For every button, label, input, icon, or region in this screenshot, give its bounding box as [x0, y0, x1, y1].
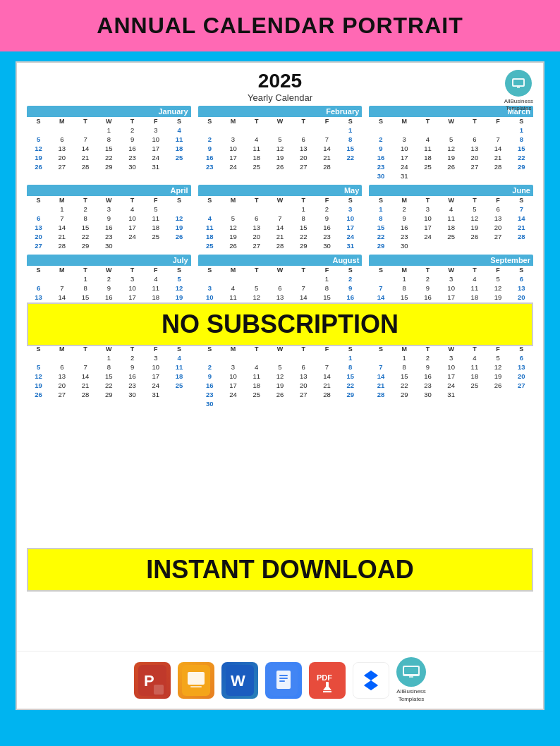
- calendar-day: 1: [97, 353, 121, 362]
- calendar-day: 27: [487, 232, 510, 241]
- calendar-day: 26: [27, 162, 50, 171]
- month-header-february: February: [198, 106, 363, 117]
- calendar-day: 5: [487, 274, 510, 283]
- calendar-day: 13: [27, 223, 50, 232]
- calendar-day: 6: [292, 135, 315, 144]
- calendar-day: 26: [27, 390, 50, 399]
- weekday-header: S: [167, 196, 190, 204]
- calendar-day: 30: [393, 241, 416, 250]
- calendar-day: [487, 390, 510, 399]
- calendar-day: 20: [292, 381, 315, 390]
- calendar-day: 16: [97, 293, 121, 302]
- main-content: 2025 Yearly Calendar AllBusinessTemplate…: [16, 61, 544, 710]
- calendar-day: 11: [416, 144, 439, 153]
- calendar-day: 2: [97, 274, 121, 283]
- weekday-header: T: [292, 196, 315, 204]
- calendar-day: 30: [369, 171, 392, 181]
- calendar-day: 15: [393, 372, 416, 381]
- weekday-header: W: [439, 117, 463, 126]
- calendar-day: [245, 399, 268, 408]
- calendar-day: 13: [50, 144, 73, 153]
- calendar-day: 25: [144, 232, 167, 241]
- weekday-header: T: [292, 117, 315, 126]
- calendar-day: 18: [144, 223, 167, 232]
- calendar-day: 12: [27, 372, 50, 381]
- calendar-day: 12: [463, 214, 486, 223]
- calendar-day: 31: [439, 390, 463, 399]
- weekday-header: T: [121, 117, 144, 126]
- calendar-day: 25: [439, 232, 463, 241]
- calendar-day: 15: [369, 223, 392, 232]
- calendar-day: 23: [121, 153, 144, 162]
- calendar-day: 25: [198, 241, 221, 250]
- calendar-day: 20: [510, 293, 533, 302]
- month-header-may: May: [198, 185, 363, 196]
- calendar-day: 21: [73, 153, 97, 162]
- calendar-day: 6: [27, 214, 50, 223]
- weekday-header: W: [268, 117, 291, 126]
- calendar-day: 3: [121, 274, 144, 283]
- calendar-day: 20: [50, 153, 73, 162]
- calendar-day: 6: [463, 135, 486, 144]
- calendar-day: 24: [416, 232, 439, 241]
- calendar-day: 19: [268, 153, 291, 162]
- calendar-day: 18: [463, 293, 486, 302]
- calendar-day: [439, 126, 463, 135]
- calendar-day: 11: [245, 144, 268, 153]
- calendar-day: 22: [339, 153, 362, 162]
- calendar-day: 19: [487, 372, 510, 381]
- calendar-day: 7: [369, 362, 392, 372]
- calendar-day: 5: [27, 362, 50, 372]
- calendar-day: 2: [416, 353, 439, 362]
- calendar-day: 3: [439, 274, 463, 283]
- calendar-day: 16: [97, 223, 121, 232]
- abt-footer-text: AllBusinessTemplates: [396, 688, 425, 703]
- calendar-day: [463, 171, 486, 181]
- calendar-day: 7: [315, 135, 339, 144]
- calendar-day: 21: [315, 153, 339, 162]
- weekday-header: W: [439, 266, 463, 274]
- calendar-day: 1: [510, 126, 533, 135]
- calendar-day: 8: [339, 362, 362, 372]
- calendar-day: 6: [510, 274, 533, 283]
- calendar-day: 20: [510, 372, 533, 381]
- month-header-september: September: [369, 255, 533, 266]
- calendar-day: 14: [510, 214, 533, 223]
- svg-text:P: P: [144, 672, 154, 690]
- calendar-day: 18: [439, 223, 463, 232]
- weekday-header: W: [268, 196, 291, 204]
- calendar-day: 6: [292, 362, 315, 372]
- month-february: FebruarySMTWTFS1234567891011121314151617…: [198, 106, 363, 181]
- calendar-day: 21: [510, 223, 533, 232]
- calendar-day: 31: [144, 390, 167, 399]
- calendar-day: [463, 126, 486, 135]
- calendar-day: 5: [245, 283, 268, 293]
- google-slides-icon: [178, 662, 214, 699]
- weekday-header: T: [73, 196, 97, 204]
- calendar-day: 23: [315, 232, 339, 241]
- calendar-day: 12: [221, 223, 245, 232]
- month-table-june: SMTWTFS123456789101112131415161718192021…: [369, 196, 533, 250]
- calendar-day: 17: [439, 372, 463, 381]
- calendar-day: 16: [339, 293, 362, 302]
- calendar-day: [144, 241, 167, 250]
- calendar-day: 9: [121, 362, 144, 372]
- calendar-day: [268, 204, 291, 214]
- calendar-day: 26: [268, 390, 291, 399]
- calendar-day: 6: [268, 283, 291, 293]
- calendar-day: 10: [198, 293, 221, 302]
- calendar-day: 16: [315, 223, 339, 232]
- google-docs-icon: [265, 662, 302, 699]
- calendar-day: 7: [50, 283, 73, 293]
- year-title: 2025 Yearly Calendar: [248, 70, 312, 103]
- month-header-july: July: [27, 255, 191, 266]
- calendar-day: 21: [73, 381, 97, 390]
- calendar-day: 14: [369, 372, 392, 381]
- calendar-day: 2: [315, 204, 339, 214]
- calendar-day: 29: [73, 241, 97, 250]
- calendar-day: [292, 274, 315, 283]
- dropbox-icon: [353, 662, 389, 699]
- calendar-day: 6: [245, 214, 268, 223]
- calendar-day: 15: [73, 293, 97, 302]
- calendar-day: 16: [121, 144, 144, 153]
